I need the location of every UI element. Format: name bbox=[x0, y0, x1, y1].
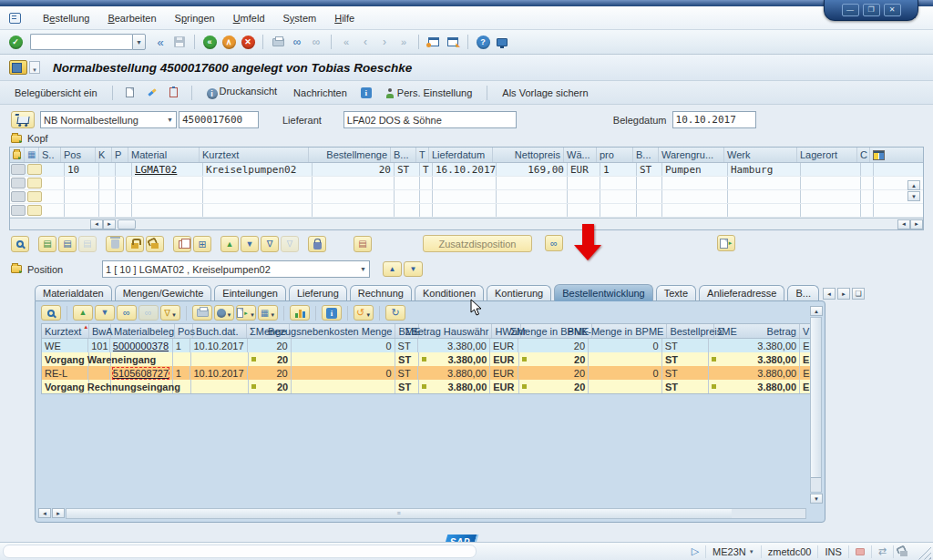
next-item-button[interactable]: ▼ bbox=[404, 261, 423, 277]
info-icon[interactable]: i bbox=[322, 305, 342, 321]
scrollbar-thumb[interactable] bbox=[118, 219, 136, 229]
cart-icon[interactable] bbox=[11, 111, 35, 128]
menu-umfeld[interactable]: Umfeld bbox=[224, 10, 274, 26]
scrollbar-thumb[interactable]: ≡ bbox=[67, 509, 732, 518]
title-dropdown-icon[interactable]: ▼ bbox=[29, 61, 40, 74]
minimize-button[interactable]: — bbox=[842, 4, 859, 16]
tab-lieferung[interactable]: Lieferung bbox=[289, 285, 347, 300]
back-icon[interactable]: « bbox=[201, 35, 218, 50]
new-document-icon[interactable] bbox=[122, 85, 138, 100]
notes-icon[interactable]: ▤ bbox=[354, 236, 372, 252]
details-icon[interactable] bbox=[41, 305, 61, 321]
lock-status-icon[interactable] bbox=[893, 545, 914, 558]
tab-scroll-right-icon[interactable]: ► bbox=[837, 288, 850, 300]
history-row[interactable]: RE-L5105608727110.10.2017200ST3.880,00EU… bbox=[42, 366, 813, 380]
filter-icon[interactable]: ∇▼ bbox=[160, 305, 180, 321]
column-header-materialbeleg[interactable]: Materialbeleg bbox=[111, 324, 175, 338]
previous-item-button[interactable]: ▲ bbox=[383, 261, 402, 277]
item-details-icon[interactable] bbox=[11, 236, 29, 252]
column-header-bnk-menge-in-bpme[interactable]: BNK-Menge in BPME bbox=[592, 324, 667, 338]
info-icon[interactable]: i bbox=[358, 85, 374, 100]
save-icon[interactable] bbox=[171, 35, 188, 50]
scroll-right-icon[interactable]: ► bbox=[52, 508, 65, 518]
remove-filter-icon[interactable]: ∇ bbox=[281, 236, 299, 252]
tab-materialdaten[interactable]: Materialdaten bbox=[35, 285, 112, 300]
next-page-icon[interactable]: › bbox=[376, 35, 393, 50]
refresh-icon[interactable]: ↻ bbox=[385, 305, 405, 321]
scroll-right-icon[interactable]: ► bbox=[910, 219, 923, 229]
cancel-icon[interactable]: ✕ bbox=[240, 35, 256, 50]
command-input[interactable] bbox=[30, 34, 132, 50]
column-header-pos[interactable]: Pos bbox=[175, 324, 193, 338]
tab-kontierung[interactable]: Kontierung bbox=[487, 285, 551, 300]
tab-bestellentwicklung[interactable]: Bestellentwicklung bbox=[554, 284, 653, 301]
find-next-icon[interactable]: ∞ bbox=[138, 305, 159, 321]
system-menu-icon[interactable] bbox=[9, 13, 21, 24]
expand-all-icon[interactable] bbox=[13, 151, 21, 159]
history-row[interactable]: WE1015000000378110.10.2017200ST3.380,00E… bbox=[42, 339, 813, 352]
scroll-up-icon[interactable]: ▲ bbox=[810, 306, 823, 316]
tab-einteilungen[interactable]: Einteilungen bbox=[214, 285, 286, 300]
scroll-down-icon[interactable]: ▼ bbox=[810, 494, 823, 504]
table-row-empty[interactable] bbox=[10, 204, 923, 218]
kopf-expand-icon[interactable] bbox=[11, 135, 22, 143]
graphic-icon[interactable] bbox=[290, 305, 310, 321]
column-header--betrag-hausw-hr[interactable]: ΣBetrag Hauswähr bbox=[419, 324, 492, 338]
druckansicht-button[interactable]: iDruckansicht bbox=[201, 83, 283, 102]
item-display2-icon[interactable]: ▤ bbox=[58, 236, 77, 252]
menu-bearbeiten[interactable]: Bearbeiten bbox=[98, 10, 165, 26]
copy-document-icon[interactable] bbox=[166, 85, 182, 100]
menu-hilfe[interactable]: Hilfe bbox=[325, 10, 364, 26]
layout-icon[interactable]: ▦▼ bbox=[258, 305, 278, 321]
response-time-icon[interactable] bbox=[848, 545, 871, 558]
panel-vertical-scrollbar[interactable]: ▲ ▼ bbox=[810, 306, 822, 504]
column-header-bezugsnebenkosten-menge[interactable]: Bezugsnebenkosten Menge bbox=[290, 324, 395, 338]
first-page-icon[interactable]: « bbox=[338, 35, 354, 50]
tab-anlieferadresse[interactable]: Anlieferadresse bbox=[699, 285, 784, 300]
document-number-link[interactable]: 5105608727 bbox=[113, 368, 169, 379]
tab-key-icon[interactable]: ⇄ bbox=[871, 545, 893, 558]
maximize-button[interactable]: ❐ bbox=[863, 4, 880, 16]
sort-ascending-icon[interactable]: ▲ bbox=[73, 305, 93, 321]
insert-row-icon[interactable]: ⊞ bbox=[193, 236, 211, 252]
table-row[interactable]: 10LGMAT02Kreiselpumpen0220STT16.10.20171… bbox=[10, 163, 923, 177]
find-next-icon[interactable]: ∞ bbox=[308, 35, 324, 50]
find-icon[interactable]: ∞ bbox=[289, 35, 305, 50]
unlock-item-icon[interactable] bbox=[146, 236, 164, 252]
document-icon[interactable] bbox=[9, 60, 27, 75]
search-help-icon[interactable]: ∞ bbox=[545, 235, 563, 251]
views-icon[interactable]: ▼ bbox=[214, 305, 234, 321]
beleguebersicht-button[interactable]: Belegübersicht ein bbox=[9, 85, 103, 101]
order-type-select[interactable]: NB Normalbestellung▼ bbox=[40, 111, 177, 128]
po-number-field[interactable]: 4500017600 bbox=[179, 111, 259, 128]
history-row[interactable]: Vorgang Wareneingang20ST3.380,00EUR20ST3… bbox=[42, 352, 813, 366]
exit-icon[interactable]: ∧ bbox=[220, 35, 237, 50]
previous-page-icon[interactable]: ‹ bbox=[357, 35, 374, 50]
scroll-left-icon[interactable]: ◄ bbox=[38, 508, 51, 518]
filter-icon[interactable]: ∇ bbox=[261, 236, 279, 252]
message-expand-icon[interactable]: ▷ bbox=[685, 545, 705, 558]
item-display-icon[interactable]: ▤ bbox=[38, 236, 56, 252]
chevron-down-icon[interactable]: ▼ bbox=[132, 34, 146, 50]
window-resize-grip[interactable] bbox=[918, 546, 931, 560]
find-icon[interactable]: ∞ bbox=[117, 305, 137, 321]
detach-panel-icon[interactable]: ❏ bbox=[852, 288, 865, 300]
scroll-up-icon[interactable]: ▲ bbox=[907, 180, 920, 190]
table-row-empty[interactable] bbox=[10, 190, 923, 204]
scrollbar-thumb[interactable] bbox=[811, 318, 821, 478]
delete-item-icon[interactable] bbox=[106, 236, 124, 252]
scroll-down-icon[interactable]: ▼ bbox=[907, 191, 920, 201]
tab-mengen-gewichte[interactable]: Mengen/Gewichte bbox=[115, 285, 212, 300]
sort-descending-icon[interactable]: ▼ bbox=[241, 236, 259, 252]
tab-scroll-left-icon[interactable]: ◄ bbox=[823, 288, 836, 300]
column-header-buch-dat-[interactable]: Buch.dat. bbox=[193, 324, 247, 338]
new-session-icon[interactable] bbox=[425, 35, 442, 50]
position-select[interactable]: 1 [ 10 ] LGMAT02 , Kreiselpumpen02▼ bbox=[102, 260, 370, 278]
sort-ascending-icon[interactable]: ▲ bbox=[220, 236, 239, 252]
column-header-kurztext[interactable]: Kurztext▲ bbox=[42, 324, 89, 338]
vendor-field[interactable]: LFA02 DOS & Söhne bbox=[343, 111, 517, 128]
nachrichten-button[interactable]: Nachrichten bbox=[288, 85, 353, 101]
scroll-left-icon[interactable]: ◄ bbox=[897, 219, 910, 229]
tab-b-[interactable]: B... bbox=[787, 285, 819, 300]
lock-item-icon[interactable] bbox=[126, 236, 144, 252]
